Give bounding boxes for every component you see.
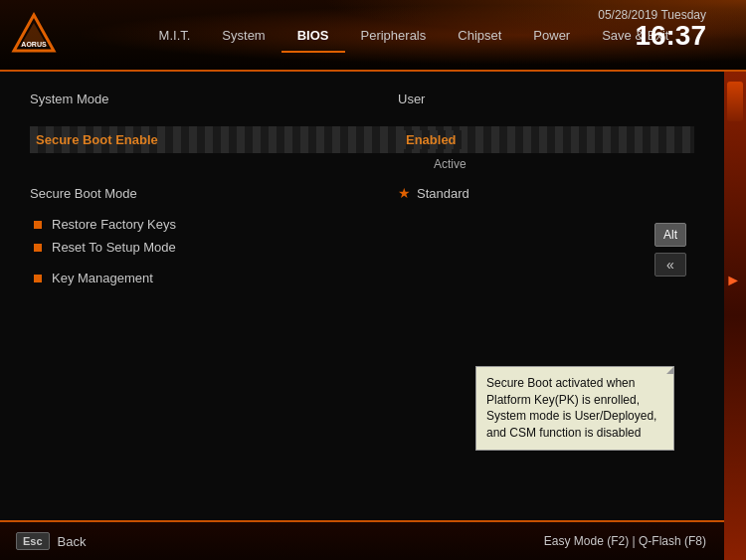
alt-button[interactable]: Alt bbox=[654, 223, 686, 247]
nav-bios[interactable]: BIOS bbox=[281, 22, 345, 49]
secure-boot-mode-text: Standard bbox=[417, 186, 469, 201]
system-mode-row: System Mode User bbox=[30, 92, 694, 106]
easy-mode-shortcut[interactable]: Easy Mode (F2) bbox=[544, 534, 629, 548]
tooltip: Secure Boot activated when Platform Key(… bbox=[475, 366, 674, 451]
secure-boot-enable-value: Enabled bbox=[398, 130, 465, 149]
esc-back-button[interactable]: Esc Back bbox=[16, 532, 86, 550]
nav-power[interactable]: Power bbox=[517, 22, 586, 49]
secure-boot-mode-label: Secure Boot Mode bbox=[30, 186, 398, 201]
nav-system[interactable]: System bbox=[206, 22, 280, 49]
header: AORUS M.I.T. System BIOS Peripherals Chi… bbox=[0, 0, 746, 72]
scroll-thumb[interactable] bbox=[727, 82, 743, 121]
system-mode-value: User bbox=[398, 92, 425, 106]
reset-to-setup-mode-item[interactable]: Reset To Setup Mode bbox=[34, 240, 694, 255]
secure-boot-enable-row[interactable]: Secure Boot Enable Enabled bbox=[30, 126, 694, 153]
qflash-shortcut[interactable]: Q-Flash (F8) bbox=[639, 534, 706, 548]
key-management-label: Key Management bbox=[52, 271, 153, 285]
logo-area: AORUS bbox=[10, 11, 62, 59]
restore-factory-keys-label: Restore Factory Keys bbox=[52, 217, 176, 232]
esc-key: Esc bbox=[16, 532, 50, 550]
svg-text:AORUS: AORUS bbox=[21, 41, 47, 48]
nav-mit[interactable]: M.I.T. bbox=[143, 22, 207, 49]
secure-boot-mode-row: Secure Boot Mode ★ Standard bbox=[30, 185, 694, 201]
restore-bullet-icon bbox=[34, 221, 42, 229]
nav-chipset[interactable]: Chipset bbox=[442, 22, 517, 49]
double-left-arrow-button[interactable]: « bbox=[654, 253, 686, 277]
star-icon: ★ bbox=[398, 185, 411, 201]
back-label: Back bbox=[58, 534, 87, 549]
bottom-shortcuts: Easy Mode (F2) | Q-Flash (F8) bbox=[544, 534, 706, 548]
right-expand-button[interactable]: ► bbox=[725, 272, 741, 289]
right-scrollbar bbox=[724, 72, 746, 560]
restore-factory-keys-item[interactable]: Restore Factory Keys bbox=[34, 217, 694, 232]
aorus-logo: AORUS bbox=[10, 11, 58, 59]
secure-boot-mode-value: ★ Standard bbox=[398, 185, 469, 201]
bottom-bar: Esc Back Easy Mode (F2) | Q-Flash (F8) bbox=[0, 520, 746, 560]
system-mode-label: System Mode bbox=[30, 92, 398, 106]
secure-boot-enable-label: Secure Boot Enable bbox=[36, 132, 398, 147]
main-content: System Mode User Secure Boot Enable Enab… bbox=[0, 72, 724, 520]
nav-peripherals[interactable]: Peripherals bbox=[345, 22, 443, 49]
reset-to-setup-mode-label: Reset To Setup Mode bbox=[52, 240, 176, 255]
key-management-bullet-icon bbox=[34, 275, 42, 282]
time-display: 16:37 bbox=[598, 22, 706, 50]
datetime: 05/28/2019 Tuesday 16:37 bbox=[598, 8, 706, 50]
active-status: Active bbox=[434, 157, 694, 171]
reset-bullet-icon bbox=[34, 244, 42, 252]
key-management-item[interactable]: Key Management bbox=[34, 271, 694, 285]
